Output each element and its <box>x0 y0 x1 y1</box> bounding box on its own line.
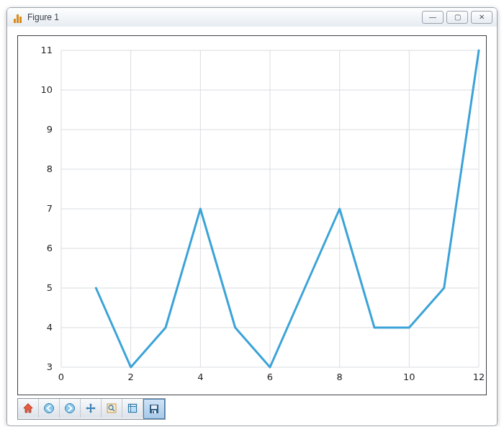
x-tick-label: 4 <box>197 372 203 382</box>
save-icon <box>148 403 160 415</box>
x-tick-label: 2 <box>128 372 134 382</box>
svg-rect-3 <box>88 408 94 409</box>
y-tick-label: 4 <box>47 322 53 333</box>
y-tick-label: 3 <box>47 361 53 372</box>
window-title: Figure 1 <box>27 12 59 22</box>
svg-rect-12 <box>151 405 157 409</box>
y-tick-label: 5 <box>47 282 53 293</box>
svg-point-0 <box>45 404 54 413</box>
svg-rect-14 <box>153 411 154 413</box>
plot-canvas[interactable]: 02468101234567891011 <box>17 35 487 395</box>
home-icon <box>22 402 34 414</box>
figure-window: Figure 1 — ▢ ✕ 02468101234567891011 <box>6 7 498 426</box>
forward-icon <box>64 402 76 414</box>
client-area: 02468101234567891011 <box>7 27 497 426</box>
minimize-button[interactable]: — <box>422 11 444 24</box>
close-button[interactable]: ✕ <box>471 11 492 24</box>
app-icon <box>12 12 23 23</box>
y-tick-label: 10 <box>40 84 53 95</box>
pan-button[interactable] <box>81 399 102 418</box>
svg-point-1 <box>66 404 75 413</box>
navigation-toolbar <box>17 398 166 420</box>
x-tick-label: 12 <box>473 372 485 382</box>
x-tick-label: 0 <box>58 372 64 382</box>
configure-button[interactable] <box>122 399 143 418</box>
back-icon <box>43 402 55 414</box>
y-tick-label: 11 <box>40 45 53 55</box>
pan-icon <box>85 402 96 414</box>
save-button[interactable] <box>143 399 165 419</box>
zoom-icon <box>106 402 117 414</box>
home-button[interactable] <box>18 399 39 418</box>
x-tick-label: 8 <box>337 372 343 382</box>
back-button[interactable] <box>39 399 60 418</box>
window-button-group: — ▢ ✕ <box>422 11 492 24</box>
maximize-button[interactable]: ▢ <box>446 11 468 24</box>
x-tick-label: 6 <box>267 372 273 382</box>
plot-svg: 02468101234567891011 <box>18 36 486 395</box>
forward-button[interactable] <box>60 399 81 418</box>
x-tick-label: 10 <box>403 372 415 382</box>
svg-rect-10 <box>131 407 136 412</box>
titlebar[interactable]: Figure 1 — ▢ ✕ <box>7 8 497 27</box>
y-tick-label: 9 <box>47 124 53 135</box>
y-tick-label: 6 <box>47 243 53 253</box>
zoom-button[interactable] <box>102 399 122 418</box>
y-tick-label: 8 <box>47 163 53 174</box>
configure-icon <box>127 402 138 414</box>
y-tick-label: 7 <box>47 203 53 214</box>
